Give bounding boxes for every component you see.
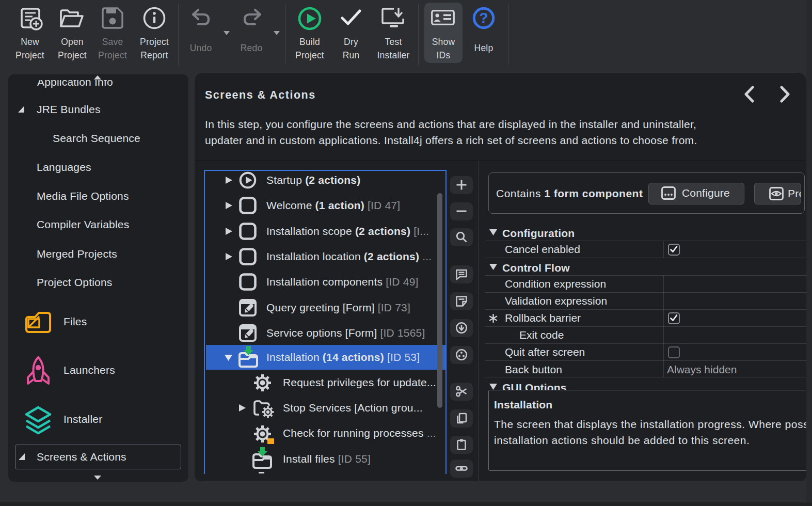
svg-text:?: ?	[479, 10, 488, 26]
